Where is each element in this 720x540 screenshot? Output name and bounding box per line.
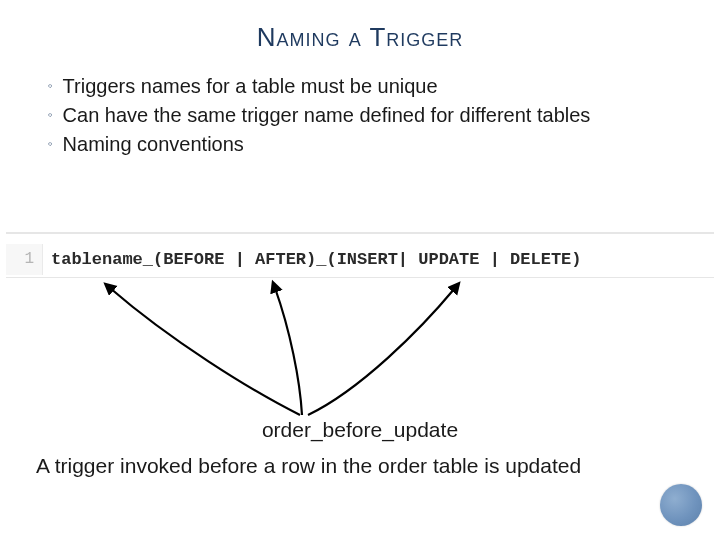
slide: Naming a Trigger ◦ Triggers names for a … (0, 0, 720, 540)
bullet-text: Triggers names for a table must be uniqu… (63, 73, 690, 100)
line-number: 1 (6, 244, 43, 275)
bullet-text: Can have the same trigger name defined f… (63, 102, 690, 129)
arrow-to-tablename-icon (110, 288, 300, 415)
code-block: 1 tablename_(BEFORE | AFTER)_(INSERT| UP… (0, 232, 720, 278)
bullet-item: ◦ Naming conventions (48, 131, 690, 158)
bullet-marker-icon: ◦ (48, 73, 53, 99)
bullet-list: ◦ Triggers names for a table must be uni… (48, 73, 690, 158)
bullet-marker-icon: ◦ (48, 102, 53, 128)
arrow-to-event-icon (308, 288, 455, 415)
bullet-item: ◦ Triggers names for a table must be uni… (48, 73, 690, 100)
arrow-to-timing-icon (275, 288, 302, 415)
divider (6, 277, 714, 278)
bullet-item: ◦ Can have the same trigger name defined… (48, 102, 690, 129)
slide-title: Naming a Trigger (0, 0, 720, 53)
divider (6, 232, 714, 234)
bullet-marker-icon: ◦ (48, 131, 53, 157)
accent-circle-icon (660, 484, 702, 526)
code-row: 1 tablename_(BEFORE | AFTER)_(INSERT| UP… (6, 244, 714, 275)
bullet-text: Naming conventions (63, 131, 690, 158)
example-trigger-name: order_before_update (0, 418, 720, 442)
code-text: tablename_(BEFORE | AFTER)_(INSERT| UPDA… (43, 244, 714, 275)
example-description: A trigger invoked before a row in the or… (36, 452, 660, 479)
